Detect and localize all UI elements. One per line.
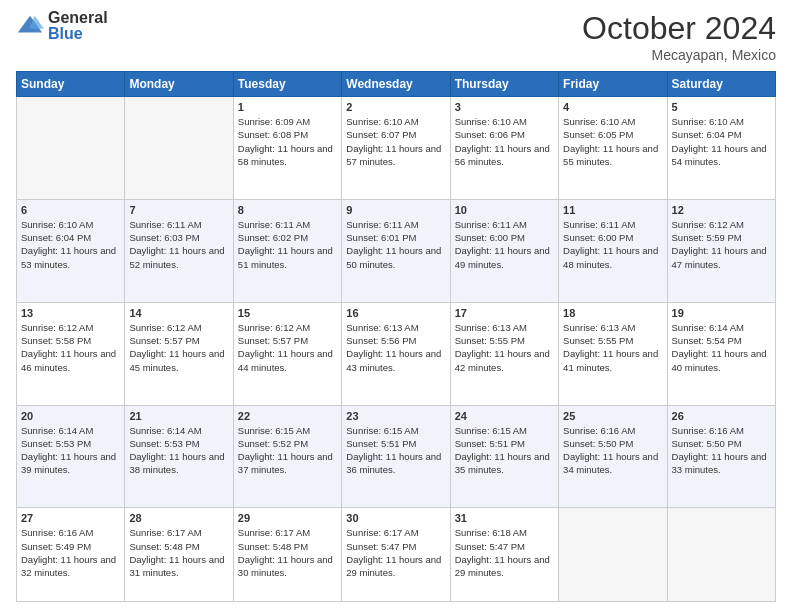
day-number: 20	[21, 410, 120, 422]
day-number: 4	[563, 101, 662, 113]
day-info: Sunrise: 6:10 AM Sunset: 6:07 PM Dayligh…	[346, 115, 445, 168]
day-number: 19	[672, 307, 771, 319]
logo-general-text: General	[48, 10, 108, 26]
calendar-body: 1Sunrise: 6:09 AM Sunset: 6:08 PM Daylig…	[17, 97, 776, 602]
weekday-header-monday: Monday	[125, 72, 233, 97]
calendar-cell: 9Sunrise: 6:11 AM Sunset: 6:01 PM Daylig…	[342, 199, 450, 302]
calendar-week-row: 27Sunrise: 6:16 AM Sunset: 5:49 PM Dayli…	[17, 508, 776, 602]
day-info: Sunrise: 6:17 AM Sunset: 5:47 PM Dayligh…	[346, 526, 445, 579]
calendar-cell: 5Sunrise: 6:10 AM Sunset: 6:04 PM Daylig…	[667, 97, 775, 200]
day-info: Sunrise: 6:17 AM Sunset: 5:48 PM Dayligh…	[238, 526, 337, 579]
day-info: Sunrise: 6:10 AM Sunset: 6:05 PM Dayligh…	[563, 115, 662, 168]
logo: General Blue	[16, 10, 108, 42]
calendar-week-row: 6Sunrise: 6:10 AM Sunset: 6:04 PM Daylig…	[17, 199, 776, 302]
day-info: Sunrise: 6:15 AM Sunset: 5:51 PM Dayligh…	[455, 424, 554, 477]
calendar-cell: 7Sunrise: 6:11 AM Sunset: 6:03 PM Daylig…	[125, 199, 233, 302]
title-block: October 2024 Mecayapan, Mexico	[582, 10, 776, 63]
calendar-cell: 16Sunrise: 6:13 AM Sunset: 5:56 PM Dayli…	[342, 302, 450, 405]
day-number: 13	[21, 307, 120, 319]
header: General Blue October 2024 Mecayapan, Mex…	[16, 10, 776, 63]
day-number: 15	[238, 307, 337, 319]
day-number: 2	[346, 101, 445, 113]
calendar-cell: 28Sunrise: 6:17 AM Sunset: 5:48 PM Dayli…	[125, 508, 233, 602]
weekday-header-thursday: Thursday	[450, 72, 558, 97]
day-number: 31	[455, 512, 554, 524]
calendar-cell: 27Sunrise: 6:16 AM Sunset: 5:49 PM Dayli…	[17, 508, 125, 602]
calendar-cell: 26Sunrise: 6:16 AM Sunset: 5:50 PM Dayli…	[667, 405, 775, 508]
weekday-header-sunday: Sunday	[17, 72, 125, 97]
day-info: Sunrise: 6:14 AM Sunset: 5:53 PM Dayligh…	[129, 424, 228, 477]
calendar-cell: 24Sunrise: 6:15 AM Sunset: 5:51 PM Dayli…	[450, 405, 558, 508]
day-info: Sunrise: 6:15 AM Sunset: 5:51 PM Dayligh…	[346, 424, 445, 477]
day-info: Sunrise: 6:11 AM Sunset: 6:00 PM Dayligh…	[563, 218, 662, 271]
calendar-cell: 1Sunrise: 6:09 AM Sunset: 6:08 PM Daylig…	[233, 97, 341, 200]
day-info: Sunrise: 6:12 AM Sunset: 5:57 PM Dayligh…	[129, 321, 228, 374]
calendar-week-row: 20Sunrise: 6:14 AM Sunset: 5:53 PM Dayli…	[17, 405, 776, 508]
day-info: Sunrise: 6:13 AM Sunset: 5:56 PM Dayligh…	[346, 321, 445, 374]
calendar-cell: 18Sunrise: 6:13 AM Sunset: 5:55 PM Dayli…	[559, 302, 667, 405]
calendar-cell: 20Sunrise: 6:14 AM Sunset: 5:53 PM Dayli…	[17, 405, 125, 508]
day-info: Sunrise: 6:12 AM Sunset: 5:58 PM Dayligh…	[21, 321, 120, 374]
day-number: 12	[672, 204, 771, 216]
calendar-cell: 21Sunrise: 6:14 AM Sunset: 5:53 PM Dayli…	[125, 405, 233, 508]
day-info: Sunrise: 6:11 AM Sunset: 6:00 PM Dayligh…	[455, 218, 554, 271]
calendar-cell: 12Sunrise: 6:12 AM Sunset: 5:59 PM Dayli…	[667, 199, 775, 302]
calendar-cell: 10Sunrise: 6:11 AM Sunset: 6:00 PM Dayli…	[450, 199, 558, 302]
day-number: 5	[672, 101, 771, 113]
calendar-cell: 6Sunrise: 6:10 AM Sunset: 6:04 PM Daylig…	[17, 199, 125, 302]
page: General Blue October 2024 Mecayapan, Mex…	[0, 0, 792, 612]
day-number: 21	[129, 410, 228, 422]
weekday-header-saturday: Saturday	[667, 72, 775, 97]
calendar-header: SundayMondayTuesdayWednesdayThursdayFrid…	[17, 72, 776, 97]
calendar-cell	[125, 97, 233, 200]
day-info: Sunrise: 6:15 AM Sunset: 5:52 PM Dayligh…	[238, 424, 337, 477]
calendar-cell: 2Sunrise: 6:10 AM Sunset: 6:07 PM Daylig…	[342, 97, 450, 200]
calendar-cell: 3Sunrise: 6:10 AM Sunset: 6:06 PM Daylig…	[450, 97, 558, 200]
day-number: 22	[238, 410, 337, 422]
day-info: Sunrise: 6:10 AM Sunset: 6:04 PM Dayligh…	[21, 218, 120, 271]
calendar-cell	[667, 508, 775, 602]
day-info: Sunrise: 6:16 AM Sunset: 5:50 PM Dayligh…	[563, 424, 662, 477]
weekday-header-row: SundayMondayTuesdayWednesdayThursdayFrid…	[17, 72, 776, 97]
day-info: Sunrise: 6:17 AM Sunset: 5:48 PM Dayligh…	[129, 526, 228, 579]
calendar-cell: 29Sunrise: 6:17 AM Sunset: 5:48 PM Dayli…	[233, 508, 341, 602]
day-info: Sunrise: 6:11 AM Sunset: 6:03 PM Dayligh…	[129, 218, 228, 271]
calendar-cell	[17, 97, 125, 200]
calendar-cell: 8Sunrise: 6:11 AM Sunset: 6:02 PM Daylig…	[233, 199, 341, 302]
day-number: 27	[21, 512, 120, 524]
day-number: 28	[129, 512, 228, 524]
calendar-table: SundayMondayTuesdayWednesdayThursdayFrid…	[16, 71, 776, 602]
day-info: Sunrise: 6:12 AM Sunset: 5:59 PM Dayligh…	[672, 218, 771, 271]
calendar-cell: 23Sunrise: 6:15 AM Sunset: 5:51 PM Dayli…	[342, 405, 450, 508]
day-info: Sunrise: 6:11 AM Sunset: 6:02 PM Dayligh…	[238, 218, 337, 271]
day-info: Sunrise: 6:12 AM Sunset: 5:57 PM Dayligh…	[238, 321, 337, 374]
day-number: 8	[238, 204, 337, 216]
day-number: 10	[455, 204, 554, 216]
day-number: 1	[238, 101, 337, 113]
calendar-week-row: 13Sunrise: 6:12 AM Sunset: 5:58 PM Dayli…	[17, 302, 776, 405]
calendar-cell: 11Sunrise: 6:11 AM Sunset: 6:00 PM Dayli…	[559, 199, 667, 302]
calendar-cell: 30Sunrise: 6:17 AM Sunset: 5:47 PM Dayli…	[342, 508, 450, 602]
day-info: Sunrise: 6:16 AM Sunset: 5:50 PM Dayligh…	[672, 424, 771, 477]
day-number: 26	[672, 410, 771, 422]
day-info: Sunrise: 6:13 AM Sunset: 5:55 PM Dayligh…	[563, 321, 662, 374]
day-info: Sunrise: 6:09 AM Sunset: 6:08 PM Dayligh…	[238, 115, 337, 168]
day-info: Sunrise: 6:14 AM Sunset: 5:53 PM Dayligh…	[21, 424, 120, 477]
day-number: 23	[346, 410, 445, 422]
day-number: 18	[563, 307, 662, 319]
calendar-cell: 14Sunrise: 6:12 AM Sunset: 5:57 PM Dayli…	[125, 302, 233, 405]
day-number: 11	[563, 204, 662, 216]
day-info: Sunrise: 6:13 AM Sunset: 5:55 PM Dayligh…	[455, 321, 554, 374]
location: Mecayapan, Mexico	[582, 47, 776, 63]
calendar-cell: 19Sunrise: 6:14 AM Sunset: 5:54 PM Dayli…	[667, 302, 775, 405]
calendar-week-row: 1Sunrise: 6:09 AM Sunset: 6:08 PM Daylig…	[17, 97, 776, 200]
day-number: 7	[129, 204, 228, 216]
day-number: 14	[129, 307, 228, 319]
day-number: 24	[455, 410, 554, 422]
day-info: Sunrise: 6:10 AM Sunset: 6:04 PM Dayligh…	[672, 115, 771, 168]
day-number: 3	[455, 101, 554, 113]
day-info: Sunrise: 6:14 AM Sunset: 5:54 PM Dayligh…	[672, 321, 771, 374]
weekday-header-wednesday: Wednesday	[342, 72, 450, 97]
calendar-cell: 22Sunrise: 6:15 AM Sunset: 5:52 PM Dayli…	[233, 405, 341, 508]
month-title: October 2024	[582, 10, 776, 47]
